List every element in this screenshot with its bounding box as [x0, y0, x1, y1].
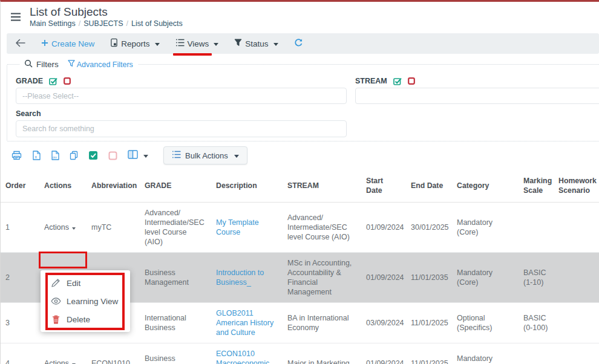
hamburger-menu-icon[interactable]: [10, 13, 21, 28]
stream-filter-group: STREAM: [355, 71, 599, 104]
cell-homework-scenario: [554, 253, 599, 303]
create-new-button[interactable]: Create New: [41, 39, 94, 48]
cell-end-date: 11/01/2025: [406, 303, 452, 343]
breadcrumb-item-subjects[interactable]: SUBJECTS: [83, 19, 123, 28]
cell-category: Mandatory (Core): [452, 343, 519, 364]
breadcrumb-separator: /: [79, 19, 80, 28]
cell-start-date: 01/09/2024: [361, 253, 406, 303]
stream-filter-input[interactable]: [355, 88, 599, 104]
cell-abbreviation: ECON1010: [87, 343, 140, 364]
menu-item-learning-view[interactable]: Learning View: [41, 292, 130, 310]
select-all-icon[interactable]: [88, 151, 98, 160]
refresh-button[interactable]: [294, 38, 303, 49]
search-input[interactable]: [16, 120, 347, 137]
cell-end-date: 11/01/2035: [406, 253, 452, 303]
action-toolbar: Create New Reports Views Status: [7, 33, 599, 54]
row-actions-button[interactable]: Actions: [44, 223, 76, 232]
description-link[interactable]: ECON1010 Macroeconomic Principles: [216, 349, 269, 364]
header-actions: Actions: [39, 169, 87, 203]
cell-stream: Major in Marketing: [283, 343, 361, 364]
export-csv-icon[interactable]: csv: [51, 151, 59, 160]
cell-homework-scenario: [554, 203, 599, 253]
cell-category: Optional (Specifics): [452, 303, 519, 343]
header-end-date: End Date: [406, 169, 452, 203]
breadcrumb-item-main-settings[interactable]: Main Settings: [30, 19, 76, 28]
cell-order: 3: [1, 303, 39, 343]
header-description: Description: [211, 169, 283, 203]
grade-select-all-icon[interactable]: [49, 77, 57, 85]
row-actions-button[interactable]: Actions: [44, 359, 76, 364]
cell-marking-scale: [519, 343, 554, 364]
cell-category: Mandatory (Core): [452, 253, 519, 303]
cell-end-date: 11/01/2025: [406, 343, 452, 364]
views-dropdown-button[interactable]: Views: [175, 39, 219, 48]
page-title: List of Subjects: [30, 5, 183, 19]
plus-icon: [41, 39, 48, 48]
grade-filter-group: GRADE: [16, 71, 347, 104]
reports-dropdown-button[interactable]: Reports: [110, 38, 159, 49]
menu-item-delete[interactable]: Delete: [41, 310, 130, 328]
clear-selection-icon[interactable]: [108, 151, 117, 160]
stream-select-all-icon[interactable]: [393, 77, 402, 85]
description-link[interactable]: My Template Course: [216, 218, 259, 236]
filters-legend: Filters: [24, 59, 59, 70]
advanced-filters-icon: [68, 60, 75, 69]
subjects-table: Order Actions Abbreviation GRADE Descrip…: [1, 169, 599, 364]
copy-icon[interactable]: [70, 151, 78, 160]
caret-icon: [143, 155, 148, 160]
breadcrumb: Main Settings/SUBJECTS/List of Subjects: [30, 19, 183, 28]
cell-start-date: 03/09/2024: [361, 303, 406, 343]
columns-dropdown-button[interactable]: [128, 150, 148, 161]
cell-homework-scenario: [554, 303, 599, 343]
grade-clear-icon[interactable]: [64, 77, 71, 85]
bulk-actions-list-icon: [172, 151, 181, 160]
header-marking-scale: Marking Scale: [519, 169, 554, 203]
description-link[interactable]: Introduction to Business_: [216, 268, 264, 287]
advanced-filters-link[interactable]: Advanced Filters: [68, 60, 133, 69]
status-filter-icon: [234, 39, 242, 48]
breadcrumb-item-list-of-subjects[interactable]: List of Subjects: [131, 19, 183, 28]
table-row: 1 Actions myTC Advanced/ Intermediate/SE…: [1, 203, 599, 253]
grade-filter-input[interactable]: [16, 88, 347, 104]
cell-stream: MSc in Accounting, Accountability & Fina…: [283, 253, 361, 303]
cell-stream: Advanced/ Intermediate/SEC level Course …: [283, 203, 361, 253]
caret-icon: [155, 43, 160, 48]
search-label: Search: [16, 109, 347, 118]
breadcrumb-separator: /: [126, 19, 128, 28]
refresh-icon: [294, 38, 303, 49]
description-link[interactable]: GLOB2011 American History and Culture: [216, 309, 273, 337]
eye-icon: [50, 297, 61, 305]
cell-stream: BA in International Economy: [283, 303, 361, 343]
caret-icon: [234, 155, 239, 160]
cell-marking-scale: [519, 203, 554, 253]
menu-item-edit[interactable]: Edit: [41, 274, 130, 292]
header-abbreviation: Abbreviation: [87, 169, 140, 203]
search-icon: [24, 59, 33, 70]
table-row: 4 Actions ECON1010 Business Management E…: [1, 343, 599, 364]
header-stream: STREAM: [283, 169, 361, 203]
cell-grade: Business Management: [140, 253, 211, 303]
reports-file-icon: [110, 38, 118, 49]
stream-filter-label: STREAM: [355, 77, 387, 85]
print-icon[interactable]: [11, 151, 22, 160]
cell-start-date: 01/09/2024: [361, 343, 406, 364]
stream-clear-icon[interactable]: [408, 77, 415, 85]
svg-text:x: x: [35, 155, 38, 159]
cell-end-date: 30/01/2025: [406, 203, 452, 253]
cell-marking-scale: BASIC (1-10): [519, 253, 554, 303]
header-start-date: Start Date: [361, 169, 406, 203]
cell-order: 1: [1, 203, 39, 253]
cell-grade: Business Management: [140, 343, 211, 364]
export-excel-icon[interactable]: x: [32, 151, 41, 160]
caret-icon: [214, 43, 218, 48]
cell-order: 4: [1, 343, 39, 364]
back-button[interactable]: [15, 39, 25, 49]
caret-icon: [273, 43, 278, 48]
back-arrow-icon: [15, 39, 25, 49]
cell-homework-scenario: [554, 343, 599, 364]
status-dropdown-button[interactable]: Status: [234, 39, 278, 48]
page-header: List of Subjects Main Settings/SUBJECTS/…: [1, 2, 599, 28]
svg-text:csv: csv: [53, 156, 57, 159]
cell-start-date: 01/09/2024: [361, 203, 406, 253]
bulk-actions-button[interactable]: Bulk Actions: [163, 146, 247, 164]
